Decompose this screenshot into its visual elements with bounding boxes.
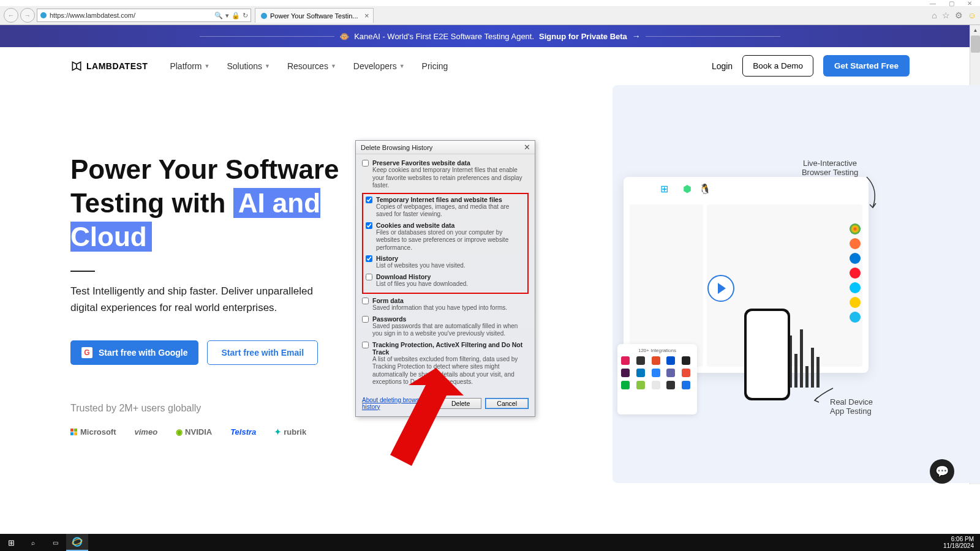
integration-icon [652,381,660,389]
brand-microsoft: Microsoft [70,427,116,437]
book-demo-button[interactable]: Book a Demo [742,55,813,77]
play-button[interactable] [707,275,734,302]
integration-icon [636,369,645,377]
window-close-button[interactable]: ✕ [964,0,975,6]
arrow-right-icon: → [632,31,641,41]
option-form-data: Form data Saved information that you hav… [362,297,529,312]
svg-point-0 [40,12,47,18]
refresh-icon[interactable]: ↻ [243,12,248,20]
login-link[interactable]: Login [712,61,733,71]
banner-text: KaneAI - World's First E2E Software Test… [354,32,534,41]
hero-cta-group: G Start free with Google Start free with… [70,340,401,365]
integration-icon [621,369,630,377]
home-icon[interactable]: ⌂ [932,10,937,20]
maximize-button[interactable]: ▢ [946,0,957,6]
smiley-icon[interactable]: ☺ [968,10,976,20]
banner-divider-right [646,36,780,37]
dialog-close-button[interactable]: ✕ [521,142,532,152]
checkbox-cookies[interactable] [366,222,372,229]
checkbox-passwords[interactable] [362,316,369,323]
scroll-up-icon[interactable]: ▲ [970,25,980,36]
option-desc: List of files you have downloaded. [376,280,468,288]
get-started-button[interactable]: Get Started Free [823,55,910,77]
checkbox-form-data[interactable] [362,298,369,304]
checkbox-tracking[interactable] [362,342,369,348]
tab-close-icon[interactable]: × [364,11,369,20]
dialog-title: Delete Browsing History [361,144,432,151]
cancel-button[interactable]: Cancel [485,398,529,409]
banner-link[interactable]: Signup for Private Beta [539,32,627,41]
about-deleting-link[interactable]: About deleting browsing history [362,397,436,410]
lock-icon[interactable]: 🔒 [232,12,240,20]
option-desc: Files or databases stored on your comput… [376,229,525,252]
opera-icon [850,268,861,279]
option-passwords: Passwords Saved passwords that are autom… [362,315,529,338]
integration-icon [682,356,690,365]
nav-solutions[interactable]: Solutions▼ [227,61,270,71]
option-temp-files: Temporary Internet files and website fil… [366,196,525,219]
nav-links: Platform▼ Solutions▼ Resources▼ Develope… [170,61,448,71]
browser-toolbar: ← → https://www.lambdatest.com/ 🔍▾ 🔒 ↻ P… [0,6,980,24]
option-label: Download History [376,273,468,280]
chat-button[interactable]: 💬 [930,459,954,484]
nav-developers[interactable]: Developers▼ [353,61,405,71]
checkbox-preserve-favorites[interactable] [362,160,369,167]
logo[interactable]: LAMBDATEST [70,60,148,72]
option-label: Cookies and website data [376,222,525,229]
nav-pricing[interactable]: Pricing [422,61,448,71]
option-download-history: Download History List of files you have … [366,273,525,288]
yandex-icon [850,297,861,308]
delete-button[interactable]: Delete [440,398,481,409]
os-linux-icon: 🐧 [699,183,711,195]
delete-history-dialog: Delete Browsing History ✕ Preserve Favor… [355,140,535,417]
nav-resources[interactable]: Resources▼ [287,61,336,71]
option-desc: Saved information that you have typed in… [372,304,507,312]
hero-text: Power Your Software Testing with AI and … [70,152,401,437]
nav-platform[interactable]: Platform▼ [170,61,209,71]
option-label: Temporary Internet files and website fil… [376,196,525,203]
addr-actions: 🔍▾ 🔒 ↻ [214,12,248,20]
search-dropdown-icon[interactable]: 🔍 [214,12,223,20]
integration-icon [621,356,630,365]
hero-title: Power Your Software Testing with AI and … [70,152,401,253]
brand-telstra: Telstra [230,427,256,437]
tab-title: Power Your Software Testin... [270,12,358,20]
dialog-body: Preserve Favorites website data Keep coo… [356,154,535,393]
favorites-icon[interactable]: ☆ [942,10,950,20]
site-navbar: LAMBDATEST Platform▼ Solutions▼ Resource… [0,47,980,85]
checkbox-download-history[interactable] [366,274,372,280]
chevron-down-icon: ▼ [205,63,210,69]
scrollbar-thumb[interactable] [971,36,980,53]
forward-button[interactable]: → [20,8,35,23]
illustration-label-bottom: Real Device App Testing [830,397,879,416]
browser-tab[interactable]: Power Your Software Testin... × [255,8,374,23]
site-icon [40,12,47,19]
illustration-label-top: Live-Interactive Browser Testing [793,159,867,177]
logo-text: LAMBDATEST [86,61,148,71]
start-google-button[interactable]: G Start free with Google [70,340,198,365]
address-bar[interactable]: https://www.lambdatest.com/ 🔍▾ 🔒 ↻ [37,9,251,22]
minimize-button[interactable]: — [927,0,938,6]
window-titlebar: — ▢ ✕ [0,0,980,6]
trusted-text: Trusted by 2M+ users globally [70,403,401,414]
tab-strip: Power Your Software Testin... × [255,8,374,23]
google-icon: G [81,347,92,358]
option-history: History List of websites you have visite… [366,255,525,270]
chevron-down-icon: ▼ [331,63,336,69]
brand-logos: Microsoft vimeo ◉NVIDIA Telstra ✦rubrik [70,427,401,437]
start-email-button[interactable]: Start free with Email [207,340,318,365]
back-button[interactable]: ← [4,8,18,23]
hero-subtitle: Test Intelligently and ship faster. Deli… [70,283,328,316]
os-windows-icon: ⊞ [660,183,668,195]
integration-icon [636,356,645,365]
checkbox-temp-files[interactable] [366,197,372,203]
integration-icon [666,381,675,389]
hero-illustration: Live-Interactive Browser Testing ⊞ ⬢ 🐧 [612,85,980,483]
nav-right: Login Book a Demo Get Started Free [712,55,910,77]
os-android-icon: ⬢ [683,183,692,195]
checkbox-history[interactable] [366,255,372,262]
chevron-down-icon: ▼ [265,63,270,69]
safari-icon [850,282,861,293]
dialog-titlebar[interactable]: Delete Browsing History ✕ [356,141,535,154]
settings-icon[interactable]: ⚙ [955,10,963,20]
